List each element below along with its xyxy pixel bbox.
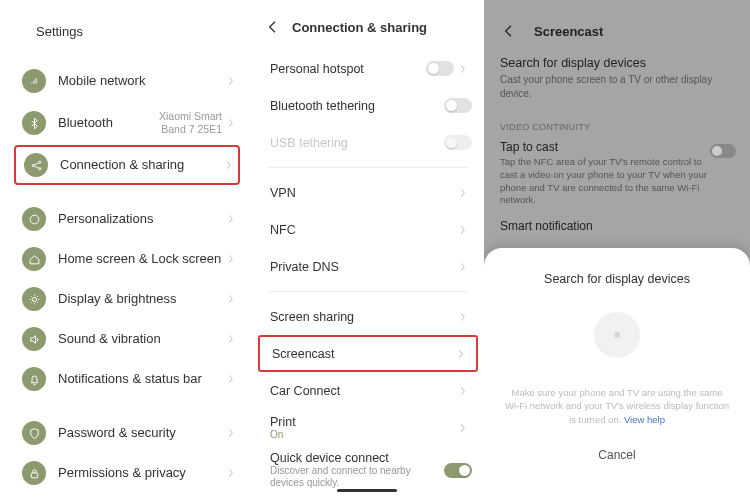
row-vpn[interactable]: VPN [258,174,478,211]
row-notifications[interactable]: Notifications & status bar [14,359,240,399]
svg-point-2 [38,167,40,169]
svg-point-4 [32,297,36,301]
row-screencast[interactable]: Screencast [258,335,478,372]
row-label: VPN [270,186,460,200]
signal-icon [22,69,46,93]
svg-point-1 [38,161,40,163]
back-icon[interactable] [264,18,282,36]
back-icon[interactable] [500,22,518,40]
bell-icon [22,367,46,391]
home-icon [22,247,46,271]
row-connection-sharing[interactable]: Connection & sharing [14,145,240,185]
sheet-help-text: Make sure your phone and TV are using th… [504,386,730,426]
row-display[interactable]: Display & brightness [14,279,240,319]
row-home-lock[interactable]: Home screen & Lock screen [14,239,240,279]
share-icon [24,153,48,177]
sheet-title: Search for display devices [544,272,690,286]
chevron-right-icon [460,61,466,77]
row-label: Connection & sharing [60,157,226,173]
page-title: Screencast [534,24,603,39]
chevron-right-icon [460,259,466,275]
row-label: Screen sharing [270,310,460,324]
row-label: Print [270,415,460,429]
row-label: Private DNS [270,260,460,274]
row-personalizations[interactable]: Personalizations [14,199,240,239]
row-label: Personalizations [58,211,228,227]
sun-icon [22,287,46,311]
header: Connection & sharing [258,18,478,36]
toggle-on[interactable] [444,463,472,478]
row-label: Screencast [272,347,458,361]
toggle-off[interactable] [444,98,472,113]
row-print[interactable]: Print On [258,409,478,446]
row-label: Display & brightness [58,291,228,307]
loading-spinner-icon [594,312,640,358]
row-label: Permissions & privacy [58,465,228,481]
chevron-right-icon [228,425,234,441]
chevron-right-icon [228,115,234,131]
section-header: VIDEO CONTINUITY [500,122,736,132]
row-label: Sound & vibration [58,331,228,347]
chevron-right-icon [228,331,234,347]
search-description: Cast your phone screen to a TV or other … [500,73,736,100]
chevron-right-icon [458,346,464,362]
chevron-right-icon [460,185,466,201]
search-heading: Search for display devices [500,56,736,70]
chevron-right-icon [460,309,466,325]
cancel-button[interactable]: Cancel [598,448,635,462]
row-personal-hotspot[interactable]: Personal hotspot [258,50,478,87]
row-private-dns[interactable]: Private DNS [258,248,478,285]
toggle-off[interactable] [426,61,454,76]
row-sound[interactable]: Sound & vibration [14,319,240,359]
svg-rect-5 [31,472,38,477]
svg-point-3 [30,215,39,224]
row-permissions[interactable]: Permissions & privacy [14,453,240,493]
row-screen-sharing[interactable]: Screen sharing [258,298,478,335]
row-subtext: Xiaomi Smart Band 7 25E1 [142,110,222,135]
row-bluetooth-tethering[interactable]: Bluetooth tethering [258,87,478,124]
chevron-right-icon [228,251,234,267]
palette-icon [22,207,46,231]
row-description: Tap the NFC area of your TV's remote con… [500,156,710,207]
row-label: Tap to cast [500,140,710,154]
view-help-link[interactable]: View help [624,414,665,425]
row-label: Quick device connect [270,451,438,465]
row-bluetooth[interactable]: Bluetooth Xiaomi Smart Band 7 25E1 [14,101,240,145]
row-nfc[interactable]: NFC [258,211,478,248]
chevron-right-icon [460,222,466,238]
row-tap-to-cast[interactable]: Tap to cast Tap the NFC area of your TV'… [500,140,736,207]
home-indicator [337,489,397,492]
chevron-right-icon [228,291,234,307]
chevron-right-icon [228,73,234,89]
chevron-right-icon [226,157,232,173]
row-label: Bluetooth tethering [270,99,438,113]
page-title: Connection & sharing [292,20,427,35]
chevron-right-icon [228,371,234,387]
screencast-panel: Screencast Search for display devices Ca… [484,0,750,500]
row-label: Notifications & status bar [58,371,228,387]
row-label: Password & security [58,425,228,441]
toggle-off[interactable] [710,144,736,158]
page-title: Settings [36,24,240,39]
row-label: USB tethering [270,136,438,150]
chevron-right-icon [460,420,466,436]
settings-panel: Settings Mobile network Bluetooth Xiaomi… [0,0,250,500]
lock-icon [22,461,46,485]
bluetooth-icon [22,111,46,135]
chevron-right-icon [460,383,466,399]
svg-point-0 [32,164,34,166]
row-password-security[interactable]: Password & security [14,413,240,453]
divider [268,291,468,292]
speaker-icon [22,327,46,351]
divider [268,167,468,168]
row-label: Personal hotspot [270,62,420,76]
connection-sharing-panel: Connection & sharing Personal hotspot Bl… [250,0,484,500]
row-subtext: On [270,429,460,440]
row-smart-notification[interactable]: Smart notification [500,219,736,233]
row-quick-device-connect[interactable]: Quick device connect Discover and connec… [258,446,478,494]
chevron-right-icon [228,465,234,481]
row-car-connect[interactable]: Car Connect [258,372,478,409]
row-label: Car Connect [270,384,460,398]
row-label: Mobile network [58,73,228,89]
row-mobile-network[interactable]: Mobile network [14,61,240,101]
